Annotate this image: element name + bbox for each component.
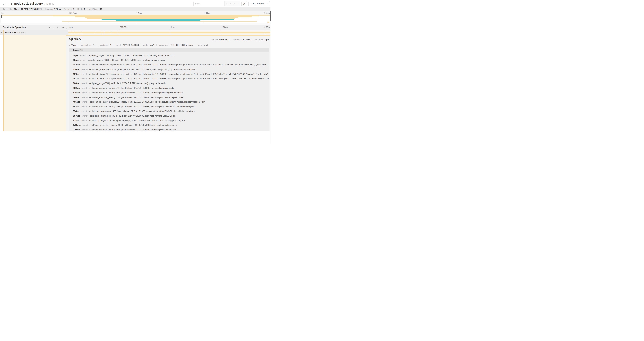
log-row-chevron-icon: › <box>71 78 73 80</box>
log-row-chevron-icon: › <box>71 73 73 75</box>
summary-label: Depth <box>78 8 83 11</box>
log-row[interactable]: ›80μs:event=‹sql/plan_opt.go:358 [nsql1,… <box>69 58 269 63</box>
minimap-right-scrubber[interactable] <box>270 15 271 18</box>
log-timestamp: 678μs: <box>73 119 80 122</box>
log-row[interactable]: ›459μs:event=‹sql/conn_executor_exec.go:… <box>69 86 269 91</box>
find-group: ◎ ∧ ∨ ✕ <box>193 1 240 6</box>
log-row[interactable]: ›176μs:event=‹sql/catalog/descs/descript… <box>69 67 269 72</box>
log-field-key: event <box>81 73 87 75</box>
view-dropdown-button[interactable]: Trace Timeline ∨ <box>248 1 270 6</box>
expand-collapse-controls <box>48 26 64 29</box>
log-row[interactable]: ›502μs:event=‹sql/conn_executor_exec.go:… <box>69 104 269 109</box>
span-row-name-cell[interactable]: ∨ node sql1 sql query <box>0 30 68 35</box>
log-field-value: ‹sql/conn_executor_exec.go:684 [nsql1,cl… <box>89 96 184 99</box>
tags-row[interactable]: › Tags: _unfinished=1_verbose=1client=12… <box>69 42 269 48</box>
logs-header[interactable]: ∨ Logs (18) <box>69 48 269 52</box>
log-row-chevron-icon: › <box>71 87 73 89</box>
detail-title: sql query <box>69 38 81 41</box>
span-row[interactable]: ∨ node sql1 sql query <box>0 30 272 35</box>
page-scrollbar[interactable] <box>270 7 272 144</box>
span-row-bar-cell[interactable] <box>68 30 272 35</box>
log-row-chevron-icon: › <box>71 54 73 57</box>
next-match-icon[interactable]: ∨ <box>233 2 235 5</box>
log-row-chevron-icon: › <box>71 129 73 131</box>
keyboard-shortcuts-button[interactable]: ⌘ <box>242 1 247 6</box>
column-resize-grip-icon[interactable]: ❘❘ <box>64 28 68 30</box>
span-expand-chevron-icon[interactable]: ∨ <box>0 31 3 34</box>
collapse-chevron-icon[interactable]: ∨ <box>11 2 13 5</box>
minimap-tick-label: 697.75μs <box>69 12 77 14</box>
span-color-stripe <box>3 30 4 35</box>
summary-item: Duration2.79ms <box>44 8 62 11</box>
log-timestamp: 2.7ms: <box>73 129 80 131</box>
logs-box: ∨ Logs (18) ›34μs:event=‹sql/exec_util.g… <box>69 48 269 131</box>
detail-meta-pair: Duration:2.79ms <box>231 39 252 41</box>
scroll-to-match-icon[interactable]: ◎ <box>226 2 228 5</box>
log-row[interactable]: ›34μs:event=‹sql/exec_util.go:2297 [nsql… <box>69 53 269 58</box>
chevron-down-icon: ∨ <box>266 3 268 5</box>
equals-sign: = <box>88 96 88 98</box>
find-input[interactable] <box>194 2 224 6</box>
collapse-all-icon[interactable] <box>48 26 50 29</box>
detail-meta-value: node sql1 <box>219 39 230 41</box>
log-timestamp: 201μs: <box>73 78 80 80</box>
collapse-all-double-icon[interactable] <box>57 26 60 29</box>
log-row-chevron-icon: › <box>71 101 73 103</box>
log-row[interactable]: ›476μs:event=‹sql/conn_executor_exec.go:… <box>69 90 269 95</box>
top-header: ← ∨ node sql1: sql query 7418682 ◎ ∧ ∨ ✕… <box>0 0 272 7</box>
log-row[interactable]: ›597μs:event=‹sql/distsql_running.go:498… <box>69 114 269 118</box>
header-actions: ◎ ∧ ∨ ✕ ⌘ Trace Timeline ∨ <box>193 1 272 6</box>
log-field-key: event <box>80 59 86 61</box>
log-field-key: event <box>81 92 87 94</box>
log-row[interactable]: ›486μs:event=‹sql/conn_executor_exec.go:… <box>69 95 269 100</box>
log-row[interactable]: ›142μs:event=‹sql/catalog/lease/descript… <box>69 63 269 67</box>
ruler-gridline <box>170 25 170 30</box>
log-timestamp: 142μs: <box>73 64 80 66</box>
log-field-value: ‹sql/distsql_physical_planner.go:828 [ns… <box>89 119 186 122</box>
equals-sign: = <box>88 110 88 112</box>
log-timestamp: 495μs: <box>73 101 80 103</box>
detail-meta-label: Duration: <box>233 39 242 41</box>
tag-value: sql1 <box>150 44 154 46</box>
minimap-canvas[interactable] <box>0 15 271 23</box>
log-timestamp: 189μs: <box>73 73 80 75</box>
log-row[interactable]: ›189μs:event=‹sql/catalog/lease/descript… <box>69 72 269 76</box>
prev-match-icon[interactable]: ∧ <box>230 2 231 5</box>
log-row-chevron-icon: › <box>71 120 73 122</box>
timeline-ruler: 0μs697.75μs1.4ms2.09ms2.79ms <box>68 25 272 30</box>
log-row[interactable]: ›495μs:event=‹sql/conn_executor_exec.go:… <box>69 100 269 104</box>
detail-meta-label: Start Time: <box>254 39 264 41</box>
log-row[interactable]: ›366μs:event=‹sql/plan_opt.go:358 [nsql1… <box>69 81 269 86</box>
log-row-chevron-icon: › <box>71 92 73 94</box>
tag-value: 1 <box>110 44 112 46</box>
log-row-chevron-icon: › <box>71 115 73 117</box>
tag-value: root <box>204 44 208 46</box>
log-row[interactable]: ›678μs:event=‹sql/distsql_physical_plann… <box>69 118 269 123</box>
minimap-left-scrubber[interactable] <box>1 15 2 18</box>
expand-all-double-icon[interactable] <box>62 26 64 29</box>
log-field-value: ‹sql/catalog/lease/descriptor_version_st… <box>89 78 269 80</box>
log-row[interactable]: ›574μs:event=‹sql/distsql_running.go:142… <box>69 109 269 114</box>
service-operation-header: Service & Operation ❘❘ <box>0 25 68 30</box>
log-field-value: ‹sql/conn_executor_exec.go:684 [nsql1,cl… <box>90 124 177 126</box>
log-field-value: ‹sql/catalog/lease/descriptor_version_st… <box>89 73 269 75</box>
log-timestamp: 502μs: <box>73 105 80 108</box>
detail-meta-value: 2.79ms <box>243 39 250 41</box>
log-row-chevron-icon: › <box>71 64 73 66</box>
expand-one-icon[interactable] <box>53 26 55 29</box>
log-row[interactable]: ›2.7ms:event=‹sql/conn_executor_exec.go:… <box>69 128 269 131</box>
detail-highlight-column <box>4 35 66 131</box>
equals-sign: = <box>88 106 88 108</box>
summary-value: 6 <box>84 8 85 11</box>
summary-label: Duration <box>45 8 53 11</box>
log-row[interactable]: ›201μs:event=‹sql/catalog/lease/descript… <box>69 76 269 81</box>
detail-header: sql query Service:node sql1Duration:2.79… <box>69 37 269 42</box>
log-field-key: event <box>82 124 88 126</box>
clear-find-icon[interactable]: ✕ <box>237 2 239 5</box>
log-field-value: ‹sql/conn_executor_exec.go:684 [nsql1,cl… <box>89 92 183 94</box>
back-button[interactable]: ← <box>0 0 8 7</box>
minimap-tick-label: 0μs <box>1 12 4 14</box>
detail-meta: Service:node sql1Duration:2.79msStart Ti… <box>209 39 269 41</box>
log-row[interactable]: ›2.69ms:event=‹sql/conn_executor_exec.go… <box>69 123 269 128</box>
summary-value: 10 <box>100 8 102 11</box>
